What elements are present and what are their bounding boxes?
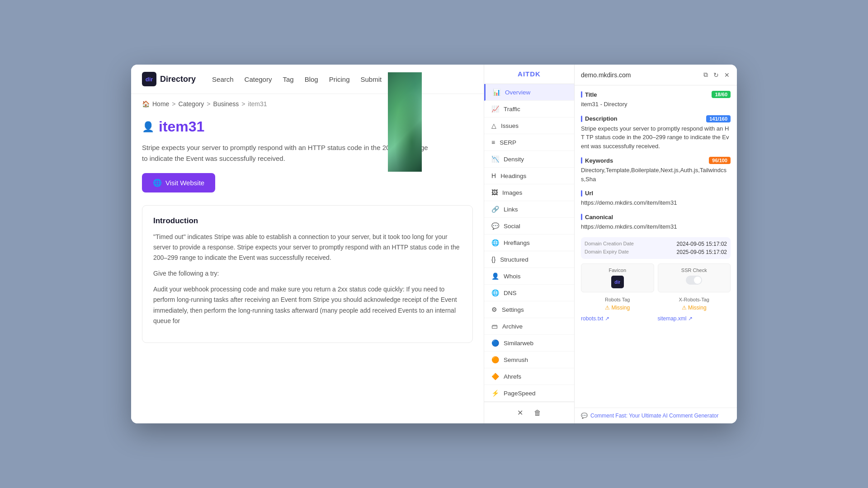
- hreflangs-icon: 🌐: [491, 239, 499, 246]
- url-dot: [581, 190, 582, 197]
- nav-bar: dir Directory Search Category Tag Blog P…: [131, 65, 484, 94]
- sidebar-item-settings[interactable]: ⚙ Settings: [484, 301, 574, 318]
- sidebar-item-hreflangs[interactable]: 🌐 Hreflangs: [484, 235, 574, 251]
- sidebar-label-traffic: Traffic: [504, 106, 520, 113]
- nav-blog[interactable]: Blog: [305, 75, 318, 83]
- nav-tag[interactable]: Tag: [283, 75, 293, 83]
- visit-website-button[interactable]: 🌐 Visit Website: [142, 173, 215, 192]
- social-icon: 💬: [491, 222, 499, 230]
- sidebar-label-headings: Headings: [500, 173, 526, 179]
- title-section: Title 18/60 item31 - Directory: [581, 91, 731, 109]
- sidebar-label-overview: Overview: [505, 89, 530, 96]
- similarweb-icon: 🔵: [491, 339, 499, 347]
- density-icon: 📉: [491, 155, 499, 163]
- structured-icon: {}: [491, 256, 495, 263]
- nav-category[interactable]: Category: [245, 75, 272, 83]
- pagespeed-icon: ⚡: [491, 389, 499, 397]
- sidebar-item-serp[interactable]: ≡ SERP: [484, 134, 574, 151]
- item-detail: 👤 item31 Stripe expects your server to p…: [131, 114, 484, 205]
- visit-btn-label: Visit Website: [165, 179, 204, 187]
- favicon-label: Favicon: [585, 267, 650, 273]
- close-panel-button[interactable]: ✕: [723, 70, 731, 80]
- x-robots-tag-cell: X-Robots-Tag ⚠ Missing: [658, 297, 731, 311]
- x-robots-warning-icon: ⚠: [682, 305, 687, 311]
- favicon-ssr-row: Favicon dir SSR Check: [581, 263, 731, 292]
- sidebar-item-pagespeed[interactable]: ⚡ PageSpeed: [484, 385, 574, 402]
- sidebar-item-dns[interactable]: 🌐 DNS: [484, 285, 574, 301]
- sitemap-xml-link[interactable]: sitemap.xml ↗: [658, 315, 731, 322]
- breadcrumb-business[interactable]: Business: [213, 100, 239, 108]
- sidebar-item-traffic[interactable]: 📈 Traffic: [484, 101, 574, 117]
- sidebar-label-hreflangs: Hreflangs: [504, 239, 530, 246]
- domain-dates: Domain Creation Date 2024-09-05 15:17:02…: [581, 237, 731, 259]
- sidebar-item-whois[interactable]: 👤 Whois: [484, 268, 574, 285]
- introduction-para3: Audit your webhook processing code and m…: [153, 284, 462, 326]
- canonical-section: Canonical https://demo.mkdirs.com/item/i…: [581, 214, 731, 231]
- app-window: dir Directory Search Category Tag Blog P…: [131, 65, 737, 423]
- creation-value: 2024-09-05 15:17:02: [657, 241, 727, 247]
- file-links-row: robots.txt ↗ sitemap.xml ↗: [581, 315, 731, 322]
- logo-icon: dir: [142, 72, 156, 86]
- url-label: Url: [581, 190, 731, 197]
- refresh-button[interactable]: ↻: [712, 70, 720, 80]
- sidebar-item-ahrefs[interactable]: 🔶 Ahrefs: [484, 368, 574, 385]
- nav-pricing[interactable]: Pricing: [329, 75, 350, 83]
- sidebar-item-images[interactable]: 🖼 Images: [484, 184, 574, 201]
- breadcrumb-item: item31: [248, 100, 267, 108]
- sidebar-item-structured[interactable]: {} Structured: [484, 251, 574, 268]
- serp-icon: ≡: [491, 139, 495, 146]
- ssr-toggle[interactable]: [686, 276, 702, 285]
- breadcrumb-home[interactable]: Home: [152, 100, 169, 108]
- open-external-button[interactable]: ⧉: [703, 70, 709, 80]
- right-side: AITDK 📊 Overview 📈 Traffic △ Issues: [484, 65, 737, 423]
- introduction-card: Introduction "Timed out" indicates Strip…: [142, 205, 473, 343]
- sidebar-item-density[interactable]: 📉 Density: [484, 151, 574, 168]
- creation-label: Domain Creation Date: [585, 241, 655, 247]
- headings-icon: H: [491, 172, 496, 179]
- sidebar-item-semrush[interactable]: 🟠 Semrush: [484, 352, 574, 368]
- sidebar-item-archive[interactable]: 🗃 Archive: [484, 318, 574, 335]
- detail-content: Title 18/60 item31 - Directory Descripti…: [575, 85, 737, 408]
- nav-submit[interactable]: Submit: [361, 75, 382, 83]
- x-robots-tag-status: ⚠ Missing: [682, 305, 707, 311]
- keywords-value: Directory,Template,Boilerplate,Next.js,A…: [581, 166, 731, 183]
- sidebar-footer: ✕ 🗑: [484, 402, 574, 423]
- twitter-button[interactable]: ✕: [516, 408, 524, 418]
- robots-txt-link[interactable]: robots.txt ↗: [581, 315, 654, 322]
- settings-icon: ⚙: [491, 306, 497, 313]
- ssr-cell: SSR Check: [658, 263, 731, 292]
- delete-button[interactable]: 🗑: [533, 408, 542, 418]
- introduction-heading: Introduction: [153, 216, 462, 225]
- sidebar-brand: AITDK: [518, 70, 541, 78]
- sidebar-item-similarweb[interactable]: 🔵 Similarweb: [484, 335, 574, 352]
- breadcrumb-category[interactable]: Category: [179, 100, 204, 108]
- sidebar-item-issues[interactable]: △ Issues: [484, 117, 574, 134]
- main-area: dir Directory Search Category Tag Blog P…: [131, 65, 737, 423]
- comment-bar[interactable]: 💬 Comment Fast: Your Ultimate AI Comment…: [575, 408, 737, 423]
- item-image: [388, 72, 422, 172]
- sidebar-label-similarweb: Similarweb: [504, 340, 533, 347]
- logo-area: dir Directory: [142, 72, 196, 86]
- canonical-value: https://demo.mkdirs.com/item/item31: [581, 222, 731, 231]
- url-value: https://demo.mkdirs.com/item/item31: [581, 198, 731, 207]
- sidebar-item-social[interactable]: 💬 Social: [484, 218, 574, 235]
- sidebar-item-links[interactable]: 🔗 Links: [484, 201, 574, 218]
- favicon-icon: dir: [611, 276, 624, 288]
- description-label: Description 141/160: [581, 115, 731, 122]
- canonical-dot: [581, 214, 582, 220]
- images-icon: 🖼: [491, 189, 498, 196]
- archive-icon: 🗃: [491, 323, 498, 330]
- sidebar-item-headings[interactable]: H Headings: [484, 168, 574, 184]
- canonical-label: Canonical: [581, 214, 731, 221]
- x-robots-tag-label: X-Robots-Tag: [658, 297, 731, 302]
- sidebar-label-issues: Issues: [501, 122, 519, 129]
- sidebar-item-overview[interactable]: 📊 Overview: [484, 84, 574, 101]
- description-count-badge: 141/160: [706, 115, 731, 122]
- sidebar-label-dns: DNS: [504, 290, 517, 296]
- links-icon: 🔗: [491, 206, 499, 213]
- sidebar-label-social: Social: [504, 223, 520, 230]
- nav-search[interactable]: Search: [212, 75, 234, 83]
- nav-links: Search Category Tag Blog Pricing Submit …: [212, 75, 412, 83]
- description-section: Description 141/160 Stripe expects your …: [581, 115, 731, 151]
- detail-actions: ⧉ ↻ ✕: [703, 70, 731, 80]
